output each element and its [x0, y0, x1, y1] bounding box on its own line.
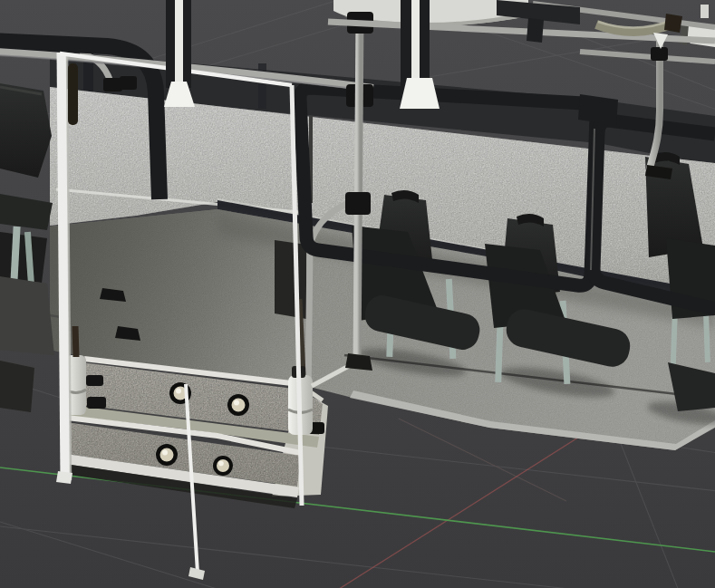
pole-center[interactable] [357, 18, 360, 362]
3d-viewport[interactable] [0, 0, 715, 588]
door-handle[interactable] [68, 63, 78, 125]
strap-end [664, 14, 682, 33]
door-frame-left [62, 53, 65, 482]
